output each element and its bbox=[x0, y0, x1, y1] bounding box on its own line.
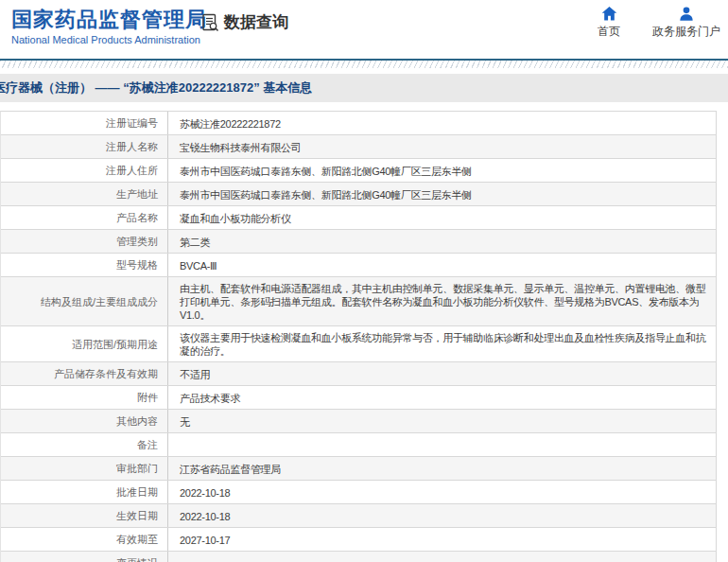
row-label: 产品名称 bbox=[1, 206, 168, 229]
table-row: 管理类别 第二类 bbox=[1, 230, 716, 254]
row-label: 注册证编号 bbox=[1, 112, 168, 134]
home-icon bbox=[601, 7, 617, 21]
row-value: 凝血和血小板功能分析仪 bbox=[168, 206, 716, 229]
row-value: 宝锐生物科技泰州有限公司 bbox=[168, 135, 716, 158]
row-label: 生产地址 bbox=[1, 183, 168, 205]
row-label: 审批部门 bbox=[1, 457, 168, 480]
row-label: 变更情况 bbox=[1, 552, 168, 562]
site-header: 国家药品监督管理局 National Medical Products Admi… bbox=[0, 0, 728, 59]
row-value: 苏械注准20222221872 bbox=[168, 112, 716, 134]
row-label: 附件 bbox=[1, 386, 168, 409]
nav-home-label: 首页 bbox=[598, 24, 620, 40]
table-row: 生效日期 2022-10-18 bbox=[1, 504, 716, 528]
user-icon bbox=[679, 7, 694, 21]
row-value: 第二类 bbox=[168, 230, 716, 253]
row-value: 2022-10-18 bbox=[168, 481, 716, 503]
data-query-label: 数据查询 bbox=[224, 11, 288, 33]
table-row: 结构及组成/主要组成成分 由主机、配套软件和电源适配器组成，其中主机由控制单元、… bbox=[1, 277, 716, 326]
table-row: 注册证编号 苏械注准20222221872 bbox=[1, 112, 716, 135]
top-nav: 首页 政务服务门户 bbox=[598, 7, 720, 40]
row-value: 泰州市中国医药城口泰路东侧、新阳路北侧G40幢厂区三层东半侧 bbox=[168, 183, 716, 205]
row-label: 生效日期 bbox=[1, 504, 168, 527]
table-row: 有效期至 2027-10-17 bbox=[1, 528, 716, 552]
row-label: 注册人名称 bbox=[1, 135, 168, 158]
table-row: 注册人名称 宝锐生物科技泰州有限公司 bbox=[1, 135, 716, 159]
row-label: 注册人住所 bbox=[1, 159, 168, 182]
table-row: 备注 bbox=[1, 433, 716, 457]
page-title: 医疗器械（注册） —— “苏械注准20222221872” 基本信息 bbox=[0, 74, 728, 102]
nmpa-logo[interactable]: 国家药品监督管理局 National Medical Products Admi… bbox=[11, 8, 207, 45]
row-label: 结构及组成/主要组成成分 bbox=[1, 277, 168, 325]
row-label: 备注 bbox=[1, 433, 168, 456]
row-value: 无 bbox=[168, 410, 716, 432]
nav-item-portal[interactable]: 政务服务门户 bbox=[652, 7, 720, 40]
nmpa-logo-title: 国家药品监督管理局 bbox=[11, 8, 207, 32]
header-hatch-band bbox=[0, 61, 728, 68]
table-row: 型号规格 BVCA-Ⅲ bbox=[1, 254, 716, 277]
row-label: 批准日期 bbox=[1, 481, 168, 503]
row-label: 产品储存条件及有效期 bbox=[1, 362, 168, 385]
nav-item-home[interactable]: 首页 bbox=[598, 7, 620, 40]
row-label: 管理类别 bbox=[1, 230, 168, 253]
row-value: 不适用 bbox=[168, 362, 716, 385]
table-row: 审批部门 江苏省药品监督管理局 bbox=[1, 457, 716, 481]
nmpa-logo-subtitle: National Medical Products Administration bbox=[11, 34, 207, 45]
row-value: BVCA-Ⅲ bbox=[168, 254, 716, 276]
table-row: 附件 产品技术要求 bbox=[1, 386, 716, 410]
table-row: 产品名称 凝血和血小板功能分析仪 bbox=[1, 206, 716, 230]
row-value: 泰州市中国医药城口泰路东侧、新阳路北侧G40幢厂区三层东半侧 bbox=[168, 159, 716, 182]
page-title-bar: 医疗器械（注册） —— “苏械注准20222221872” 基本信息 bbox=[0, 74, 728, 102]
table-row: 变更情况 bbox=[1, 552, 716, 562]
row-value: 产品技术要求 bbox=[168, 386, 716, 409]
row-label: 型号规格 bbox=[1, 254, 168, 276]
table-row: 生产地址 泰州市中国医药城口泰路东侧、新阳路北侧G40幢厂区三层东半侧 bbox=[1, 183, 716, 206]
table-row: 产品储存条件及有效期 不适用 bbox=[1, 362, 716, 386]
table-row: 其他内容 无 bbox=[1, 410, 716, 433]
document-search-icon bbox=[200, 13, 219, 32]
row-value: 2022-10-18 bbox=[168, 504, 716, 527]
row-label: 适用范围/预期用途 bbox=[1, 326, 168, 361]
row-value: 由主机、配套软件和电源适配器组成，其中主机由控制单元、数据采集单元、显示单元、温… bbox=[168, 277, 716, 325]
row-value: 江苏省药品监督管理局 bbox=[168, 457, 716, 480]
row-label: 有效期至 bbox=[1, 528, 168, 551]
table-row: 适用范围/预期用途 该仪器主要用于快速检测凝血和血小板系统功能异常与否，用于辅助… bbox=[1, 326, 716, 362]
row-value bbox=[168, 433, 716, 456]
row-value: 2027-10-17 bbox=[168, 528, 716, 551]
table-row: 批准日期 2022-10-18 bbox=[1, 481, 716, 504]
table-row: 注册人住所 泰州市中国医药城口泰路东侧、新阳路北侧G40幢厂区三层东半侧 bbox=[1, 159, 716, 183]
registration-info-table: 注册证编号 苏械注准20222221872 注册人名称 宝锐生物科技泰州有限公司… bbox=[0, 111, 717, 562]
row-value: 该仪器主要用于快速检测凝血和血小板系统功能异常与否，用于辅助临床诊断和处理出血及… bbox=[168, 326, 716, 361]
data-query-section[interactable]: 数据查询 bbox=[200, 11, 288, 33]
nav-portal-label: 政务服务门户 bbox=[652, 24, 720, 40]
row-value bbox=[168, 552, 716, 562]
row-label: 其他内容 bbox=[1, 410, 168, 432]
